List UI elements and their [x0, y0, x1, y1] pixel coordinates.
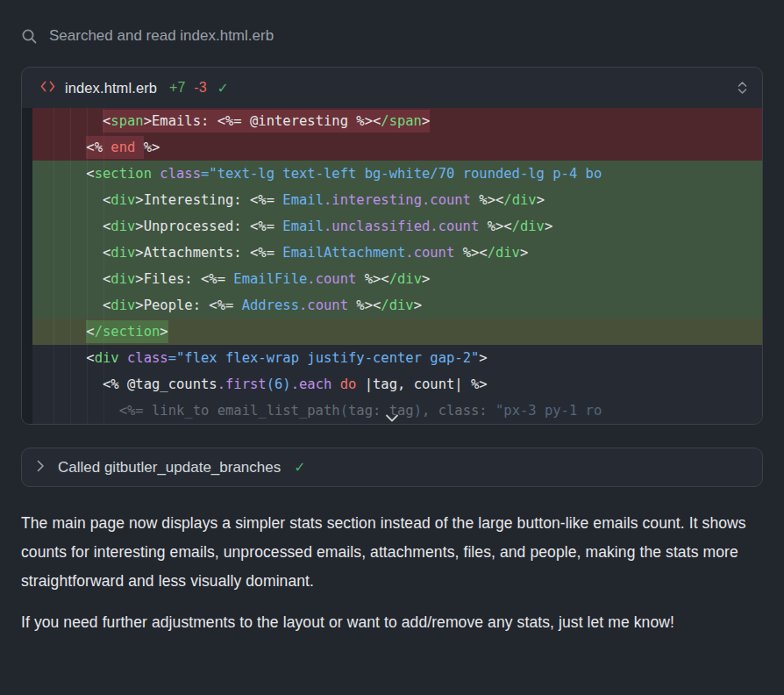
- code-line: <div>Unprocessed: <%= Email.unclassified…: [32, 213, 762, 240]
- answer-paragraph: If you need further adjustments to the l…: [21, 608, 763, 637]
- assistant-answer: The main page now displays a simpler sta…: [21, 509, 763, 637]
- code-line: <% end %>: [32, 134, 762, 161]
- tool-call-label: Called gitbutler_update_branches: [58, 459, 281, 476]
- diff-deletions-count: -3: [194, 80, 206, 96]
- indent-guide: [103, 108, 104, 424]
- code-icon: [39, 80, 56, 97]
- tool-status-label: Searched and read index.html.erb: [49, 27, 274, 45]
- code-line: </section>: [32, 319, 762, 345]
- code-line: <div class="flex flex-wrap justify-cente…: [32, 345, 762, 371]
- code-line: <div>Interesting: <%= Email.interesting.…: [32, 187, 762, 213]
- diff-card-header[interactable]: index.html.erb +7 -3 ✓: [22, 68, 762, 108]
- code-line: <div>Files: <%= EmailFile.count %></div>: [32, 266, 762, 292]
- indent-guide: [53, 108, 54, 424]
- answer-paragraph: The main page now displays a simpler sta…: [21, 509, 763, 596]
- diff-filename: index.html.erb: [65, 80, 157, 97]
- tool-call-card[interactable]: Called gitbutler_update_branches ✓: [21, 448, 763, 487]
- search-icon: [21, 28, 38, 45]
- diff-card: index.html.erb +7 -3 ✓ <span>Emails: <%=…: [21, 67, 763, 425]
- indent-guide: [70, 108, 71, 424]
- success-check-icon: ✓: [217, 80, 229, 97]
- collapse-expand-icon[interactable]: [737, 80, 748, 96]
- code-line: <div>Attachments: <%= EmailAttachment.co…: [32, 240, 762, 266]
- diff-additions-count: +7: [169, 80, 185, 96]
- diff-code-lines: <span>Emails: <%= @interesting %></span>…: [22, 108, 762, 424]
- indent-guide: [87, 108, 88, 424]
- code-line: <div>People: <%= Address.count %></div>: [32, 292, 762, 319]
- chevron-down-icon[interactable]: [385, 413, 400, 423]
- code-line: <span>Emails: <%= @interesting %></span>: [32, 108, 762, 134]
- diff-code: <span>Emails: <%= @interesting %></span>…: [22, 108, 762, 424]
- code-line: <% @tag_counts.first(6).each do |tag, co…: [32, 371, 762, 398]
- code-line: <section class="text-lg text-left bg-whi…: [32, 161, 762, 187]
- tool-status-row[interactable]: Searched and read index.html.erb: [21, 27, 763, 45]
- chat-transcript: Searched and read index.html.erb index.h…: [0, 27, 784, 695]
- chevron-right-icon: [36, 459, 45, 476]
- success-check-icon: ✓: [294, 459, 305, 476]
